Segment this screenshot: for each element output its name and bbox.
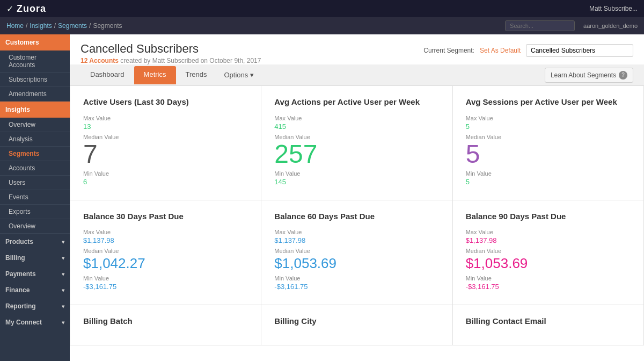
breadcrumb-current: Segments [93,22,122,30]
logo-icon: ✓ [6,4,13,14]
metric-median-val-3: $1,042.27 [83,255,248,272]
help-icon: ? [619,71,627,80]
sidebar-item-subscriptions[interactable]: Subscriptions [0,73,70,87]
metric-billing-batch: Billing Batch [70,305,261,345]
metric-max-val-2: 5 [466,122,631,131]
metric-median-row-5: Median Value $1,053.69 [466,248,631,272]
metric-max-row-4: Max Value $1,137.98 [274,229,439,244]
metric-min-val-4: -$3,161.75 [274,283,439,291]
metric-balance-30: Balance 30 Days Past Due Max Value $1,13… [70,200,261,306]
page-header: Cancelled Subscribers 12 Accounts create… [80,42,261,64]
metric-min-val-3: -$3,161.75 [83,283,248,291]
sidebar-group-reporting[interactable]: Reporting ▾ [0,298,70,314]
tab-options-dropdown[interactable]: Options ▾ [216,66,261,84]
sidebar-item-users[interactable]: Users [0,176,70,190]
metric-title-4: Balance 60 Days Past Due [274,211,439,222]
metric-median-val-1: 257 [274,141,439,167]
sidebar-item-accounts[interactable]: Accounts [0,161,70,176]
metric-max-row-2: Max Value 5 [466,115,631,131]
metric-max-row-3: Max Value $1,137.98 [83,229,248,244]
metric-min-row-4: Min Value -$3,161.75 [274,275,439,291]
metric-max-row-0: Max Value 13 [83,115,248,131]
metric-max-val-0: 13 [83,122,248,131]
metric-min-val-0: 6 [83,178,248,186]
metric-min-row-2: Min Value 5 [466,170,631,186]
sidebar-group-payments[interactable]: Payments ▾ [0,266,70,282]
metric-title-5: Balance 90 Days Past Due [466,211,631,222]
sidebar-group-billing[interactable]: Billing ▾ [0,250,70,266]
search-input[interactable] [505,20,575,31]
metric-title-1: Avg Actions per Active User per Week [274,97,439,107]
metric-min-val-5: -$3,161.75 [466,283,631,291]
layout: Customers Customer Accounts Subscription… [0,34,644,361]
tab-dashboard[interactable]: Dashboard [80,66,134,84]
sidebar-item-analysis[interactable]: Analysis [0,132,70,147]
learn-about-segments-button[interactable]: Learn About Segments ? [545,68,633,83]
sidebar-group-customers[interactable]: Customers [0,34,70,50]
metric-max-row-5: Max Value $1,137.98 [466,229,631,244]
sidebar-item-amendments[interactable]: Amendments [0,87,70,102]
learn-label: Learn About Segments [551,71,616,79]
sidebar-customers-section: Customers Customer Accounts Subscription… [0,34,70,102]
sidebar-group-products[interactable]: Products ▾ [0,234,70,250]
metric-title-0: Active Users (Last 30 Days) [83,97,248,107]
tab-metrics[interactable]: Metrics [134,66,176,84]
user-name: Matt Subscribe... [589,5,638,12]
sidebar-item-overview[interactable]: Overview [0,118,70,132]
page-subtitle: 12 Accounts created by Matt Subscribed o… [80,57,261,64]
tab-trends[interactable]: Trends [176,66,217,84]
metric-title-7: Billing City [274,316,439,327]
metric-median-val-0: 7 [83,141,248,167]
metric-billing-contact-email: Billing Contact Email [453,305,644,345]
nav-user: aaron_golden_demo [583,23,638,29]
metric-title-2: Avg Sessions per Active User per Week [466,97,631,107]
accounts-count[interactable]: 12 Accounts [80,57,119,64]
sidebar-item-overview2[interactable]: Overview [0,219,70,234]
set-as-default-link[interactable]: Set As Default [480,47,521,54]
metric-min-val-2: 5 [466,178,631,186]
sidebar-insights-section: Insights Overview Analysis Segments Acco… [0,102,70,234]
metric-min-row-1: Min Value 145 [274,170,439,186]
metric-balance-90: Balance 90 Days Past Due Max Value $1,13… [453,200,644,306]
metric-median-val-5: $1,053.69 [466,255,631,272]
logo: ✓ Zuora [6,3,46,15]
metric-median-row-0: Median Value 7 [83,134,248,167]
metric-median-val-4: $1,053.69 [274,255,439,272]
metric-title-8: Billing Contact Email [466,316,631,327]
sidebar-item-segments[interactable]: Segments [0,147,70,161]
breadcrumb-segments[interactable]: Segments [58,22,87,30]
breadcrumb-insights[interactable]: Insights [30,22,52,30]
sidebar-group-myconnect[interactable]: My Connect ▾ [0,314,70,330]
metric-median-row-3: Median Value $1,042.27 [83,248,248,272]
metric-max-val-1: 415 [274,122,439,131]
metric-avg-actions: Avg Actions per Active User per Week Max… [261,86,452,200]
metric-max-row-1: Max Value 415 [274,115,439,131]
breadcrumb-home[interactable]: Home [6,22,24,30]
metric-median-row-4: Median Value $1,053.69 [274,248,439,272]
metrics-grid: Active Users (Last 30 Days) Max Value 13… [70,86,644,345]
sidebar-item-customer-accounts[interactable]: Customer Accounts [0,50,70,73]
metric-title-6: Billing Batch [83,316,248,327]
sidebar-item-events[interactable]: Events [0,190,70,205]
metric-title-3: Balance 30 Days Past Due [83,211,248,222]
sidebar: Customers Customer Accounts Subscription… [0,34,70,361]
metric-active-users: Active Users (Last 30 Days) Max Value 13… [70,86,261,200]
metric-median-row-1: Median Value 257 [274,134,439,167]
metric-min-row-3: Min Value -$3,161.75 [83,275,248,291]
metric-median-row-2: Median Value 5 [466,134,631,167]
segment-input[interactable] [526,44,633,57]
sidebar-group-insights[interactable]: Insights [0,102,70,118]
metric-avg-sessions: Avg Sessions per Active User per Week Ma… [453,86,644,200]
navbar: Home / Insights / Segments / Segments aa… [0,17,644,34]
main-content: Cancelled Subscribers 12 Accounts create… [70,34,644,361]
metric-max-val-4: $1,137.98 [274,236,439,244]
current-segment-label: Current Segment: [423,47,474,54]
page-title: Cancelled Subscribers [80,42,261,56]
sidebar-group-finance[interactable]: Finance ▾ [0,282,70,298]
breadcrumb: Home / Insights / Segments / Segments [6,22,505,30]
chevron-down-icon: ▾ [250,71,254,79]
tab-bar: Dashboard Metrics Trends Options ▾ Learn… [70,64,644,86]
metric-max-val-3: $1,137.98 [83,236,248,244]
sidebar-item-exports[interactable]: Exports [0,205,70,219]
metric-min-row-5: Min Value -$3,161.75 [466,275,631,291]
